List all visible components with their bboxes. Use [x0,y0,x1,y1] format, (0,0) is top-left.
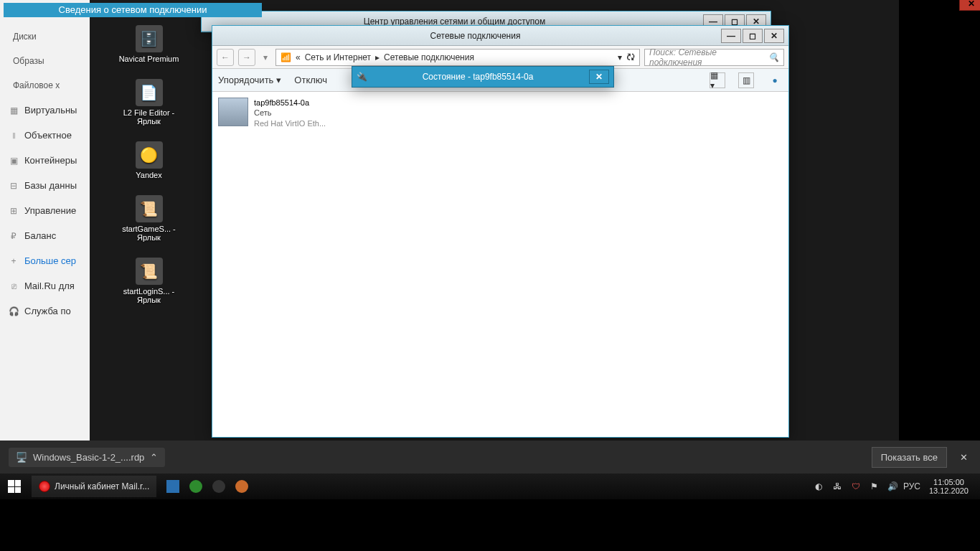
minimize-button[interactable]: — [721,29,741,43]
sidebar-item[interactable]: ⊟Базы данны [0,173,90,198]
refresh-icon[interactable]: 🗘 [626,52,635,62]
sidebar-item-icon: ▦ [9,105,19,116]
download-bar: 🖥️ Windows_Basic-1-2_....rdp ⌃ Показать … [0,441,980,474]
close-download-bar-button[interactable]: ✕ [956,449,971,465]
view-mode-button[interactable]: ▦ ▾ [710,72,725,88]
sidebar-item-icon: ⊞ [9,206,19,216]
window-title: Сетевые подключения [230,31,721,41]
tray-action-center-icon[interactable]: ⚑ [869,481,880,492]
help-icon[interactable]: ● [767,72,783,88]
adapter-name: tap9fb85514-0a [254,98,333,108]
sidebar-item[interactable]: ⎚Mail.Ru для [0,273,90,298]
start-button[interactable] [0,474,29,499]
chevron-up-icon[interactable]: ⌃ [150,452,158,463]
adapter-driver: Red Hat VirtIO Eth... [254,118,333,128]
window-title: Состояние - tap9fb85514-0a [367,72,589,82]
pinned-apps [166,480,248,493]
dialog-close-button[interactable]: ✕ [959,0,980,11]
adapters-area: tap9fb85514-0a Сеть Red Hat VirtIO Eth..… [212,92,788,436]
app-icon: 📄 [136,79,163,106]
window-adapter-status: 🔌 Состояние - tap9fb85514-0a ✕ [352,66,614,88]
sidebar-item[interactable]: ▦Виртуальны [0,98,90,123]
dialog-title: Сведения о сетевом подключении [4,3,262,17]
nav-dropdown-button[interactable]: ▾ [260,49,271,66]
adapter-status: Сеть [254,108,333,118]
file-icon: 🖥️ [16,452,27,463]
sidebar-item[interactable]: 🎧Служба по [0,298,90,324]
sidebar-item[interactable]: ⊞Управление [0,198,90,223]
adapter-icon [218,98,248,126]
app-icon: 🗄️ [136,25,163,52]
show-all-downloads-button[interactable]: Показать все [872,447,947,468]
pinned-app-4[interactable] [235,480,248,493]
disable-button[interactable]: Отключ [294,75,327,85]
app-icon: 📜 [136,258,163,285]
tray-volume-icon[interactable]: 🔊 [887,481,899,492]
search-icon: 🔍 [768,52,779,62]
dropdown-icon[interactable]: ▾ [618,52,622,62]
sidebar-item[interactable]: Образы [0,49,90,73]
sidebar-item[interactable]: ₽Баланс [0,223,90,248]
sidebar-item[interactable]: +Больше сер [0,248,90,273]
app-icon: 📜 [136,195,163,222]
organize-menu[interactable]: Упорядочить ▾ [218,75,281,85]
pinned-app-3[interactable] [212,480,225,493]
sidebar-item-icon: + [9,256,19,266]
tray-network-icon[interactable]: 🖧 [831,481,843,492]
sidebar-item[interactable]: Файловое х [0,73,90,98]
desktop-icons: 🗄️Navicat Premium📄L2 File Editor - Ярлык… [118,25,179,304]
close-button[interactable]: ✕ [589,70,609,84]
desktop-icon[interactable]: 📄L2 File Editor - Ярлык [118,79,179,126]
sidebar-item[interactable]: ▣Контейнеры [0,148,90,173]
sidebar-item[interactable]: ⦀Объектное [0,123,90,148]
desktop-icon[interactable]: 📜startLoginS... - Ярлык [118,258,179,304]
sidebar-item-icon: ₽ [9,231,19,241]
system-tray: ◐ 🖧 🛡 ⚑ 🔊 РУС 11:05:00 13.12.2020 [806,478,980,495]
sidebar-item-icon: ⊟ [9,181,19,191]
taskbar-chrome[interactable]: Личный кабинет Mail.r... [32,476,156,497]
sidebar-item-icon: ⦀ [9,131,19,141]
sidebar-item[interactable]: Диски [0,24,90,49]
tray-security-icon[interactable]: 🛡 [850,481,862,492]
taskbar-clock[interactable]: 11:05:00 13.12.2020 [925,478,973,495]
nav-forward-button[interactable]: → [238,49,255,66]
app-icon: 🟡 [136,141,163,169]
pinned-app-1[interactable] [166,480,179,493]
breadcrumb-path[interactable]: 📶 « Сеть и Интернет ▸ Сетевые подключени… [275,49,640,66]
cloud-sidebar: РезервноеДискиОбразыФайловое х▦Виртуальн… [0,0,90,441]
maximize-button[interactable]: ◻ [743,29,763,43]
tray-language[interactable]: РУС [906,481,918,492]
network-adapter-item[interactable]: tap9fb85514-0a Сеть Red Hat VirtIO Eth..… [218,98,333,128]
chrome-icon [39,481,50,492]
tray-icon-1[interactable]: ◐ [813,481,824,492]
taskbar: Личный кабинет Mail.r... ◐ 🖧 🛡 ⚑ 🔊 РУС 1… [0,474,980,499]
desktop-icon[interactable]: 📜startGameS... - Ярлык [118,195,179,242]
windows-logo-icon [8,480,21,493]
desktop-icon[interactable]: 🟡Yandex [118,141,179,179]
window-buttons: — ◻ ✕ [721,29,784,43]
close-button[interactable]: ✕ [764,29,784,43]
folder-icon: 📶 [281,52,291,62]
sidebar-item-icon: ▣ [9,156,19,166]
preview-pane-button[interactable]: ▥ [738,72,754,88]
sidebar-item-icon: 🎧 [9,306,19,316]
desktop-icon[interactable]: 🗄️Navicat Premium [118,25,179,63]
pinned-app-2[interactable] [189,480,202,493]
sidebar-item-icon: ⎚ [9,281,19,291]
download-item[interactable]: 🖥️ Windows_Basic-1-2_....rdp ⌃ [9,448,165,467]
nav-back-button[interactable]: ← [217,49,234,66]
search-input[interactable]: Поиск: Сетевые подключения 🔍 [644,49,784,66]
